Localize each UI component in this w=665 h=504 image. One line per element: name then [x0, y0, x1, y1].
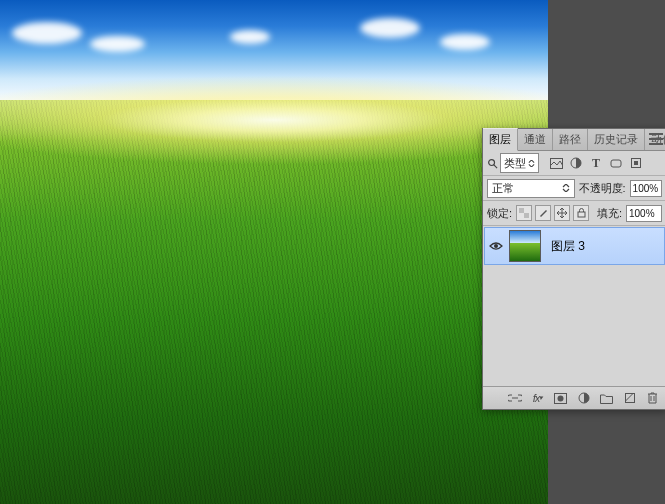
- visibility-eye-icon[interactable]: [489, 241, 503, 251]
- fill-field[interactable]: 100%: [626, 205, 662, 222]
- document-canvas[interactable]: [0, 0, 548, 504]
- cloud: [90, 36, 145, 52]
- svg-rect-8: [524, 213, 529, 218]
- lock-label: 锁定:: [487, 206, 512, 221]
- cloud: [12, 22, 82, 44]
- layers-panel: 图层 通道 路径 历史记录 动作 类型: [482, 128, 665, 410]
- cloud: [230, 30, 270, 44]
- blend-mode-select[interactable]: 正常: [487, 179, 575, 198]
- fill-value: 100%: [629, 208, 655, 219]
- sky-gradient: [0, 0, 548, 105]
- lock-pixels-icon[interactable]: [535, 205, 551, 221]
- filter-kind-label: 类型: [504, 156, 526, 171]
- lock-all-icon[interactable]: [573, 205, 589, 221]
- panel-footer: fx▾: [483, 386, 665, 409]
- blend-row: 正常 不透明度: 100%: [483, 176, 665, 201]
- opacity-value: 100%: [633, 183, 659, 194]
- link-icon[interactable]: [507, 391, 522, 406]
- panel-tabs: 图层 通道 路径 历史记录 动作: [483, 129, 665, 151]
- tab-history[interactable]: 历史记录: [588, 129, 645, 150]
- svg-rect-4: [611, 160, 621, 167]
- tab-channels[interactable]: 通道: [518, 129, 553, 150]
- search-icon: [487, 158, 498, 169]
- svg-point-0: [489, 159, 495, 165]
- svg-point-10: [494, 244, 498, 248]
- blend-mode-value: 正常: [492, 181, 514, 196]
- layers-list[interactable]: 图层 3: [483, 226, 665, 386]
- chevron-updown-icon: [528, 160, 535, 167]
- panel-menu-icon[interactable]: [648, 132, 664, 146]
- smart-filter-icon[interactable]: [629, 156, 643, 170]
- new-adjustment-icon[interactable]: [576, 391, 591, 406]
- fill-label: 填充:: [597, 206, 622, 221]
- adjustment-filter-icon[interactable]: [569, 156, 583, 170]
- svg-rect-14: [625, 394, 634, 403]
- layer-row[interactable]: 图层 3: [484, 227, 665, 265]
- mask-icon[interactable]: [553, 391, 568, 406]
- svg-rect-7: [519, 208, 524, 213]
- filter-kind-dropdown[interactable]: 类型: [487, 153, 539, 173]
- type-filter-icon[interactable]: T: [589, 156, 603, 170]
- svg-rect-9: [578, 212, 585, 217]
- new-layer-icon[interactable]: [622, 391, 637, 406]
- layer-thumbnail[interactable]: [509, 230, 541, 262]
- group-icon[interactable]: [599, 391, 614, 406]
- filter-row: 类型 T: [483, 151, 665, 176]
- tab-layers[interactable]: 图层: [483, 128, 518, 151]
- svg-rect-6: [634, 161, 638, 165]
- tab-paths[interactable]: 路径: [553, 129, 588, 150]
- chevron-updown-icon: [562, 184, 570, 192]
- cloud: [360, 18, 420, 38]
- opacity-label: 不透明度:: [579, 181, 626, 196]
- lock-position-icon[interactable]: [554, 205, 570, 221]
- opacity-field[interactable]: 100%: [630, 180, 662, 197]
- fx-icon[interactable]: fx▾: [530, 391, 545, 406]
- pixel-filter-icon[interactable]: [549, 156, 563, 170]
- shape-filter-icon[interactable]: [609, 156, 623, 170]
- grass-field: [0, 100, 548, 504]
- cloud: [440, 34, 490, 50]
- lock-row: 锁定: 填充: 100%: [483, 201, 665, 226]
- lock-transparency-icon[interactable]: [516, 205, 532, 221]
- svg-line-1: [494, 164, 497, 167]
- layer-name[interactable]: 图层 3: [551, 238, 585, 255]
- trash-icon[interactable]: [645, 391, 660, 406]
- svg-point-12: [558, 395, 564, 401]
